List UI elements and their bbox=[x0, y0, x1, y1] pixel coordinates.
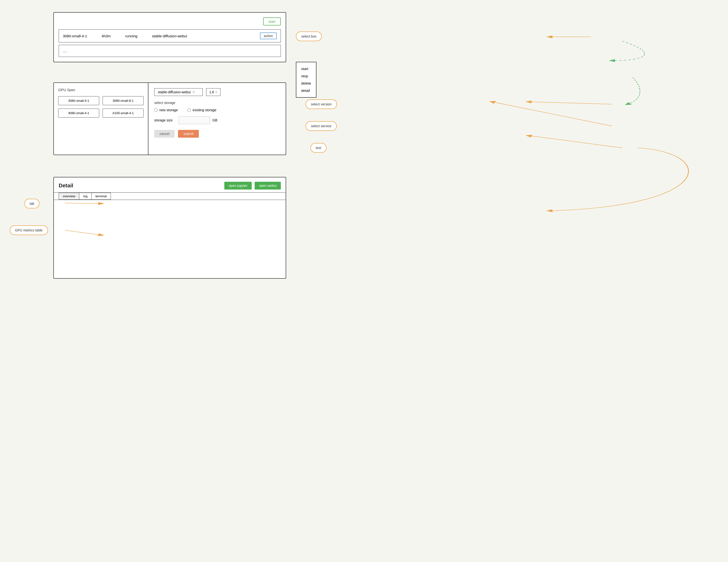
storage-size-label: storage size bbox=[154, 118, 176, 122]
instance-service: stable-diffusion-webui bbox=[152, 34, 187, 38]
detail-title: Detail bbox=[59, 183, 224, 189]
tab-label: tab bbox=[30, 202, 34, 206]
gpu-option-0[interactable]: 3080-small-4-1 bbox=[58, 96, 99, 105]
instance-row: 3080-small-4-1 4h3m running stable-diffu… bbox=[59, 29, 281, 42]
gpu-option-1[interactable]: 3080-small-8-1 bbox=[103, 96, 144, 105]
storage-options: new storage existing storage bbox=[154, 108, 280, 112]
new-storage-label: new storage bbox=[159, 108, 178, 112]
action-dropdown-menu: start stop delete detail bbox=[296, 62, 316, 98]
select-version-callout: select version bbox=[306, 99, 337, 109]
config-section: stable-diffusion-webui ▽ 1.6 ▽ select st… bbox=[148, 83, 286, 155]
gpu-spec-title: GPU Spec bbox=[58, 88, 144, 92]
middle-panel: GPU Spec 3080-small-4-1 3080-small-8-1 4… bbox=[53, 82, 286, 155]
existing-storage-label: existing storage bbox=[193, 108, 216, 112]
new-storage-option[interactable]: new storage bbox=[154, 108, 178, 112]
dropdown-item-stop[interactable]: stop bbox=[301, 73, 311, 80]
open-jupyter-button[interactable]: open jupyter bbox=[224, 182, 252, 190]
bottom-panel: Detail open jupyter open webui overview … bbox=[53, 177, 286, 279]
dropdown-item-detail[interactable]: detail bbox=[301, 87, 311, 94]
gpu-metrics-callout: GPU metrics table bbox=[10, 226, 48, 235]
svg-line-1 bbox=[528, 102, 612, 104]
tab-log[interactable]: log bbox=[79, 193, 91, 200]
header-buttons: open jupyter open webui bbox=[224, 182, 281, 190]
storage-size-input[interactable] bbox=[178, 116, 210, 124]
service-version-row: stable-diffusion-webui ▽ 1.6 ▽ bbox=[154, 88, 280, 96]
gpu-option-2[interactable]: 4090-small-4-1 bbox=[58, 109, 99, 118]
start-button[interactable]: start bbox=[263, 17, 281, 25]
gpu-metrics-label: GPU metrics table bbox=[15, 228, 43, 232]
gb-label: GB bbox=[212, 118, 217, 122]
version-dropdown-arrow: ▽ bbox=[215, 91, 217, 94]
existing-storage-radio[interactable] bbox=[187, 108, 191, 112]
gpu-spec-section: GPU Spec 3080-small-4-1 3080-small-8-1 4… bbox=[54, 83, 148, 155]
tab-terminal[interactable]: terminal bbox=[91, 193, 111, 200]
submit-button[interactable]: submit bbox=[178, 130, 199, 138]
tab-overview[interactable]: overview bbox=[59, 193, 79, 200]
form-buttons: cancel submit bbox=[154, 130, 280, 138]
ellipsis-row: ... bbox=[59, 45, 281, 57]
tab-callout: tab bbox=[24, 199, 40, 209]
instance-name: 3080-small-4-1 bbox=[63, 34, 87, 38]
text-label: text bbox=[316, 146, 321, 150]
instance-status: running bbox=[125, 34, 138, 38]
text-callout: text bbox=[310, 143, 327, 153]
svg-line-2 bbox=[492, 102, 612, 126]
service-dropdown-arrow: ▽ bbox=[193, 91, 194, 94]
version-select[interactable]: 1.6 ▽ bbox=[206, 88, 220, 96]
version-select-label: 1.6 bbox=[209, 90, 214, 94]
storage-label: select storage bbox=[154, 101, 280, 105]
ellipsis-text: ... bbox=[63, 48, 67, 53]
new-storage-radio[interactable] bbox=[154, 108, 158, 112]
storage-size-row: storage size GB bbox=[154, 116, 280, 124]
select-version-label: select version bbox=[311, 102, 332, 106]
detail-header: Detail open jupyter open webui bbox=[54, 178, 286, 193]
tabs-row: overview log terminal bbox=[54, 193, 286, 200]
top-panel: start 3080-small-4-1 4h3m running stable… bbox=[53, 12, 286, 62]
select-box-callout: select box bbox=[296, 32, 322, 41]
select-service-label: select service bbox=[311, 124, 332, 128]
existing-storage-option[interactable]: existing storage bbox=[187, 108, 216, 112]
dropdown-item-start[interactable]: start bbox=[301, 65, 311, 73]
instance-time: 4h3m bbox=[102, 34, 111, 38]
gpu-options-grid: 3080-small-4-1 3080-small-8-1 4090-small… bbox=[58, 96, 144, 118]
select-box-label: select box bbox=[301, 34, 316, 38]
select-service-callout: select service bbox=[306, 121, 337, 131]
dropdown-item-delete[interactable]: delete bbox=[301, 80, 311, 87]
action-button[interactable]: action bbox=[260, 32, 277, 39]
service-select-label: stable-diffusion-webui bbox=[158, 90, 191, 94]
main-container: start 3080-small-4-1 4h3m running stable… bbox=[39, 7, 728, 560]
gpu-option-3[interactable]: A100-small-4-1 bbox=[103, 109, 144, 118]
cancel-button[interactable]: cancel bbox=[154, 130, 175, 138]
service-select[interactable]: stable-diffusion-webui ▽ bbox=[154, 88, 203, 96]
detail-content bbox=[54, 200, 286, 273]
open-webui-button[interactable]: open webui bbox=[255, 182, 281, 190]
